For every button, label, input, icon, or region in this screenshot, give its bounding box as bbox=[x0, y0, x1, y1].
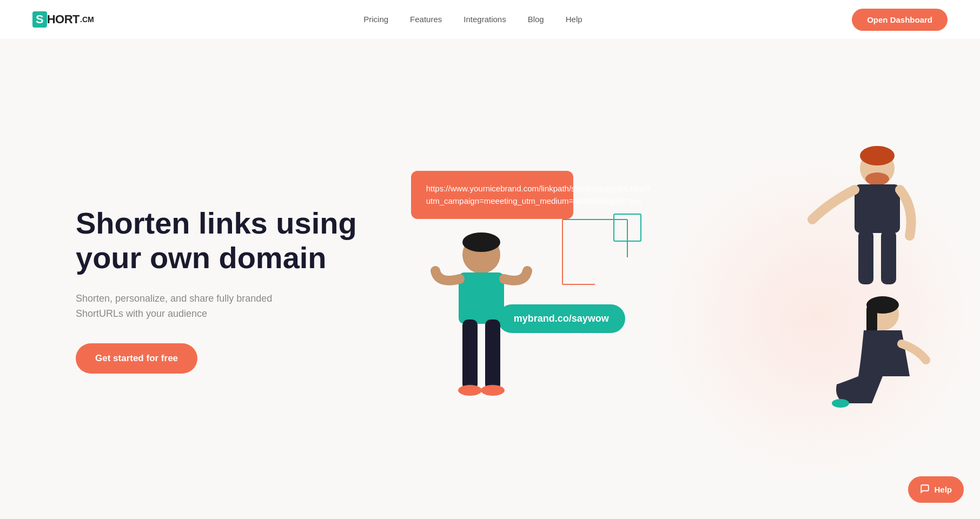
svg-rect-8 bbox=[855, 184, 900, 233]
nav-item-help[interactable]: Help bbox=[566, 15, 582, 24]
svg-point-12 bbox=[462, 232, 500, 252]
person-3-figure bbox=[829, 290, 937, 409]
logo-cm: .CM bbox=[80, 15, 94, 24]
svg-rect-15 bbox=[485, 320, 500, 390]
hero-content: Shorten links using your own domain Shor… bbox=[76, 206, 357, 374]
help-button-label: Help bbox=[934, 485, 952, 494]
nav-links: Pricing Features Integrations Blog Help bbox=[363, 15, 582, 24]
hero-section: Shorten links using your own domain Shor… bbox=[0, 39, 980, 519]
get-started-button[interactable]: Get started for free bbox=[76, 343, 197, 374]
nav-item-integrations[interactable]: Integrations bbox=[463, 15, 506, 24]
long-url-card: https://www.yournicebrand.com/linkpath/s… bbox=[411, 171, 573, 219]
svg-rect-10 bbox=[881, 230, 896, 284]
hero-subtitle: Shorten, personalize, and share fully br… bbox=[76, 291, 357, 322]
person-2-figure bbox=[433, 230, 530, 425]
hero-illustration: https://www.yournicebrand.com/linkpath/s… bbox=[379, 128, 937, 452]
logo-bracket: S bbox=[32, 11, 47, 28]
chat-icon bbox=[920, 484, 930, 495]
svg-rect-14 bbox=[462, 320, 478, 390]
nav-item-blog[interactable]: Blog bbox=[528, 15, 544, 24]
svg-rect-13 bbox=[459, 272, 504, 324]
hero-title: Shorten links using your own domain bbox=[76, 206, 357, 276]
svg-point-6 bbox=[860, 146, 895, 165]
help-button[interactable]: Help bbox=[908, 476, 964, 503]
navbar: S HORT .CM Pricing Features Integrations… bbox=[0, 0, 980, 39]
svg-point-7 bbox=[865, 172, 889, 185]
svg-point-17 bbox=[481, 385, 505, 396]
svg-point-21 bbox=[832, 399, 849, 408]
open-dashboard-button[interactable]: Open Dashboard bbox=[852, 9, 948, 31]
nav-item-pricing[interactable]: Pricing bbox=[363, 15, 388, 24]
svg-rect-9 bbox=[858, 230, 873, 284]
logo-wordmark: HORT bbox=[47, 12, 80, 26]
person-1-figure bbox=[802, 138, 921, 301]
nav-item-features[interactable]: Features bbox=[410, 15, 442, 24]
logo[interactable]: S HORT .CM bbox=[32, 11, 94, 28]
svg-point-16 bbox=[458, 385, 482, 396]
